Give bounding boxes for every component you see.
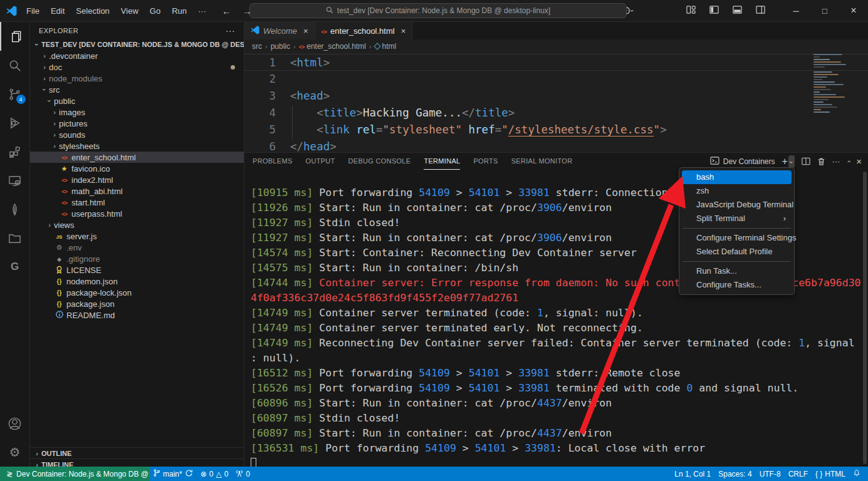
section-timeline[interactable]: ›TIMELINE: [30, 458, 244, 467]
menu-edit[interactable]: Edit: [45, 4, 70, 18]
breadcrumb-item[interactable]: src: [252, 42, 262, 51]
minimize-button[interactable]: ─: [782, 0, 810, 22]
toggle-secondary-sidebar-icon[interactable]: [756, 5, 765, 17]
activity-mongodb[interactable]: [0, 195, 30, 224]
tree-item[interactable]: {}package.json: [30, 298, 244, 309]
tree-item[interactable]: ›views: [30, 219, 244, 230]
back-button[interactable]: ←: [222, 6, 231, 16]
indentation-status[interactable]: Spaces: 4: [714, 470, 755, 478]
panel-tab-serial-monitor[interactable]: SERIAL MONITOR: [511, 153, 573, 170]
tree-item[interactable]: ›.devcontainer: [30, 50, 244, 61]
menu-view[interactable]: View: [115, 4, 144, 18]
menu-item-configure-tasks-[interactable]: Configure Tasks...: [682, 278, 792, 292]
menu-item-configure-terminal-settings[interactable]: Configure Terminal Settings: [682, 231, 792, 245]
activity-source-control[interactable]: 4: [0, 80, 30, 108]
panel-tab-debug-console[interactable]: DEBUG CONSOLE: [348, 153, 411, 170]
tree-item[interactable]: ›doc: [30, 61, 244, 73]
close-panel-icon[interactable]: ×: [856, 156, 862, 167]
activity-run-debug[interactable]: [0, 108, 30, 137]
tree-item[interactable]: ›TEST_DEV [DEV CONTAINER: NODE.JS & MONG…: [30, 39, 244, 50]
tree-item[interactable]: README.md: [30, 309, 244, 321]
tree-item[interactable]: ★favicon.ico: [30, 163, 244, 174]
close-tab-icon[interactable]: ×: [401, 26, 406, 36]
menu-go[interactable]: Go: [144, 4, 166, 18]
maximize-button[interactable]: □: [810, 0, 839, 22]
encoding-status[interactable]: UTF-8: [756, 470, 785, 478]
menu-file[interactable]: File: [21, 4, 45, 18]
close-tab-icon[interactable]: ×: [303, 26, 308, 36]
language-mode[interactable]: { } HTML: [812, 470, 849, 478]
tree-item[interactable]: LICENSE: [30, 264, 244, 276]
tree-item[interactable]: JSserver.js: [30, 230, 244, 242]
activity-settings[interactable]: ⚙: [0, 438, 30, 467]
terminal-profile-dropdown-button[interactable]: ›: [788, 155, 795, 168]
activity-gitlens[interactable]: G: [0, 252, 30, 281]
section-outline[interactable]: ›OUTLINE: [30, 447, 244, 458]
tree-item[interactable]: ›node_modules: [30, 73, 244, 84]
tree-item[interactable]: ◆.gitignore: [30, 253, 244, 264]
split-terminal-icon[interactable]: [802, 157, 810, 165]
tree-item[interactable]: {}nodemon.json: [30, 276, 244, 287]
notifications-bell[interactable]: [849, 469, 864, 479]
activity-remote-explorer[interactable]: [0, 166, 30, 195]
terminal-profile[interactable]: Dev Containers: [710, 157, 775, 167]
activity-account[interactable]: [0, 409, 30, 438]
panel-tab-problems[interactable]: PROBLEMS: [253, 153, 293, 170]
menu-item-split-terminal[interactable]: Split Terminal›: [682, 212, 792, 225]
command-center-search[interactable]: test_dev [Dev Container: Node.js & Mongo…: [249, 3, 627, 18]
tree-item[interactable]: ›images: [30, 106, 244, 118]
breadcrumb-item[interactable]: <>enter_school.html: [299, 42, 366, 51]
activity-search[interactable]: [0, 51, 30, 80]
close-button[interactable]: ×: [839, 0, 868, 22]
cursor-position[interactable]: Ln 1, Col 1: [671, 470, 714, 478]
tab-enter-school-html[interactable]: <>enter_school.html×: [315, 22, 413, 39]
explorer-more-actions-icon[interactable]: ···: [226, 26, 235, 36]
menu-item-run-task-[interactable]: Run Task...: [682, 264, 792, 278]
minimap[interactable]: [813, 53, 854, 123]
code-line[interactable]: 1<html>: [244, 54, 868, 71]
breadcrumb-item[interactable]: public: [271, 42, 290, 51]
menu-[interactable]: ···: [192, 4, 212, 18]
terminal-scrollbar[interactable]: [863, 172, 867, 464]
tree-item[interactable]: ›sounds: [30, 129, 244, 140]
customize-layout-icon[interactable]: [686, 5, 696, 17]
new-terminal-button[interactable]: +: [782, 156, 788, 167]
menu-item-bash[interactable]: bash: [682, 170, 792, 184]
forwarded-ports-status[interactable]: 0: [232, 469, 254, 479]
menu-item-select-default-profile[interactable]: Select Default Profile: [682, 245, 792, 259]
tree-item[interactable]: <>math_abi.html: [30, 185, 244, 197]
code-line[interactable]: 3<head>: [244, 88, 868, 105]
eol-status[interactable]: CRLF: [785, 470, 812, 478]
menu-item-zsh[interactable]: zsh: [682, 184, 792, 198]
breadcrumb-item[interactable]: html: [375, 42, 397, 51]
code-line[interactable]: 2: [244, 71, 868, 88]
tree-item[interactable]: {}package-lock.json: [30, 287, 244, 298]
tab-welcome[interactable]: Welcome×: [244, 22, 315, 39]
panel-tab-terminal[interactable]: TERMINAL: [424, 153, 460, 170]
panel-more-actions-icon[interactable]: ···: [832, 157, 840, 166]
code-line[interactable]: 4 <title>Hacking Game...</title>: [244, 105, 868, 122]
tree-item[interactable]: <>start.html: [30, 197, 244, 208]
toggle-sidebar-icon[interactable]: [709, 5, 719, 17]
activity-explorer[interactable]: [0, 22, 30, 51]
tree-item[interactable]: ⚙.env: [30, 242, 244, 253]
remote-indicator[interactable]: ≷ Dev Container: Node.js & Mongo DB @ de…: [0, 467, 149, 481]
maximize-panel-icon[interactable]: ›: [844, 160, 852, 163]
tree-item[interactable]: <>enter_school.html: [30, 152, 244, 163]
activity-extensions[interactable]: [0, 137, 30, 166]
panel-tab-ports[interactable]: PORTS: [473, 153, 498, 170]
menu-item-javascript-debug-terminal[interactable]: JavaScript Debug Terminal: [682, 198, 792, 212]
menu-run[interactable]: Run: [166, 4, 192, 18]
toggle-panel-icon[interactable]: [733, 5, 742, 17]
tree-item[interactable]: ›public: [30, 95, 244, 106]
problems-status[interactable]: ⊗ 0 △ 0: [197, 470, 233, 478]
tree-item[interactable]: ›stylesheets: [30, 140, 244, 152]
activity-project-manager[interactable]: [0, 224, 30, 252]
panel-tab-output[interactable]: OUTPUT: [306, 153, 335, 170]
tree-item[interactable]: ›src: [30, 84, 244, 95]
git-branch-status[interactable]: main*: [149, 468, 197, 479]
tree-item[interactable]: <>userpass.html: [30, 208, 244, 219]
menu-selection[interactable]: Selection: [70, 4, 115, 18]
tree-item[interactable]: ›pictures: [30, 118, 244, 129]
code-line[interactable]: 5 <link rel="stylesheet" href="/styleshe…: [244, 122, 868, 138]
